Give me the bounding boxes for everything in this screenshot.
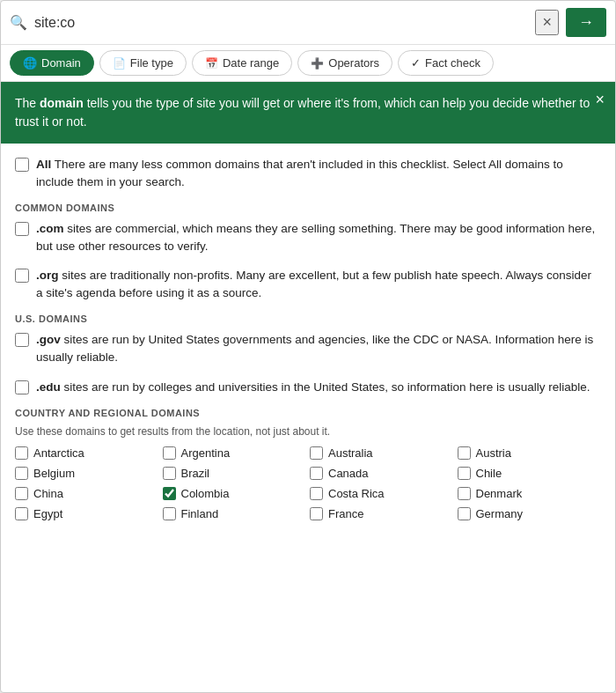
- operators-icon: ➕: [311, 57, 324, 70]
- country-item-australia: Australia: [310, 446, 454, 460]
- country-label-finland: Finland: [181, 507, 219, 520]
- tab-daterange[interactable]: 📅 Date range: [192, 50, 292, 76]
- daterange-icon: 📅: [205, 57, 218, 70]
- country-domains-header: COUNTRY AND REGIONAL DOMAINS: [15, 408, 601, 418]
- country-item-finland: Finland: [163, 507, 307, 520]
- country-checkbox-belgium[interactable]: [15, 467, 28, 480]
- tab-operators[interactable]: ➕ Operators: [297, 50, 392, 76]
- edu-row: .edu sites are run by colleges and unive…: [15, 379, 601, 396]
- all-checkbox[interactable]: [15, 158, 29, 172]
- banner-close-button[interactable]: ×: [595, 91, 605, 109]
- country-item-austria: Austria: [458, 446, 602, 460]
- country-checkbox-costarica[interactable]: [310, 487, 323, 500]
- country-item-colombia: Colombia: [163, 487, 307, 500]
- country-label-austria: Austria: [476, 446, 511, 460]
- country-checkbox-finland[interactable]: [163, 507, 176, 520]
- com-row: .com sites are commercial, which means t…: [15, 220, 601, 254]
- search-input[interactable]: [34, 15, 528, 31]
- search-icon: 🔍: [10, 14, 27, 31]
- country-label-canada: Canada: [328, 467, 369, 480]
- org-label: .org sites are traditionally non-profits…: [36, 267, 601, 301]
- country-item-france: France: [310, 507, 454, 520]
- search-bar: 🔍 × →: [1, 1, 615, 45]
- country-checkbox-antarctica[interactable]: [15, 446, 28, 460]
- country-item-germany: Germany: [458, 507, 602, 520]
- country-item-denmark: Denmark: [458, 487, 602, 500]
- country-domains-sub: Use these domains to get results from th…: [15, 425, 601, 438]
- com-checkbox[interactable]: [15, 222, 29, 236]
- country-checkbox-australia[interactable]: [310, 446, 323, 460]
- arrow-right-icon: →: [578, 13, 594, 32]
- country-label-costarica: Costa Rica: [328, 487, 385, 500]
- country-checkbox-france[interactable]: [310, 507, 323, 520]
- country-label-australia: Australia: [328, 446, 373, 460]
- info-banner: × The domain tells you the type of site …: [1, 82, 615, 144]
- all-option-row: All There are many less common domains t…: [15, 156, 601, 190]
- edu-checkbox[interactable]: [15, 380, 29, 394]
- country-label-egypt: Egypt: [33, 507, 62, 520]
- country-item-china: China: [15, 487, 159, 500]
- country-item-costarica: Costa Rica: [310, 487, 454, 500]
- country-item-chile: Chile: [458, 467, 602, 480]
- country-label-antarctica: Antarctica: [33, 446, 84, 460]
- country-label-brazil: Brazil: [181, 467, 210, 480]
- gov-label: .gov sites are run by United States gove…: [36, 331, 601, 365]
- country-label-france: France: [328, 507, 363, 520]
- org-checkbox[interactable]: [15, 269, 29, 283]
- country-label-germany: Germany: [476, 507, 523, 520]
- edu-label: .edu sites are run by colleges and unive…: [36, 379, 590, 396]
- country-label-belgium: Belgium: [33, 467, 75, 480]
- clear-button[interactable]: ×: [535, 10, 559, 35]
- tab-factcheck[interactable]: ✓ Fact check: [398, 50, 494, 76]
- factcheck-icon: ✓: [411, 56, 421, 70]
- gov-checkbox[interactable]: [15, 333, 29, 347]
- country-item-canada: Canada: [310, 467, 454, 480]
- filetype-icon: 📄: [113, 57, 126, 70]
- country-checkbox-denmark[interactable]: [458, 487, 471, 500]
- country-checkbox-canada[interactable]: [310, 467, 323, 480]
- tabs-bar: 🌐 Domain 📄 File type 📅 Date range ➕ Oper…: [1, 45, 615, 82]
- country-checkbox-chile[interactable]: [458, 467, 471, 480]
- tab-domain[interactable]: 🌐 Domain: [10, 50, 94, 76]
- country-checkbox-austria[interactable]: [458, 446, 471, 460]
- com-label: .com sites are commercial, which means t…: [36, 220, 601, 254]
- country-item-egypt: Egypt: [15, 507, 159, 520]
- country-item-argentina: Argentina: [163, 446, 307, 460]
- gov-row: .gov sites are run by United States gove…: [15, 331, 601, 365]
- us-domains-header: U.S. DOMAINS: [15, 313, 601, 324]
- country-checkbox-egypt[interactable]: [15, 507, 28, 520]
- content-area: All There are many less common domains t…: [1, 144, 615, 533]
- country-label-chile: Chile: [476, 467, 502, 480]
- go-button[interactable]: →: [566, 8, 606, 37]
- country-item-antarctica: Antarctica: [15, 446, 159, 460]
- country-checkbox-brazil[interactable]: [163, 467, 176, 480]
- country-label-colombia: Colombia: [181, 487, 230, 500]
- country-checkbox-colombia[interactable]: [163, 487, 176, 500]
- country-label-china: China: [33, 487, 63, 500]
- main-window: 🔍 × → 🌐 Domain 📄 File type 📅 Date range …: [0, 0, 616, 693]
- country-checkbox-germany[interactable]: [458, 507, 471, 520]
- country-label-argentina: Argentina: [181, 446, 231, 460]
- org-row: .org sites are traditionally non-profits…: [15, 267, 601, 301]
- tab-filetype[interactable]: 📄 File type: [99, 50, 187, 76]
- country-checkbox-argentina[interactable]: [163, 446, 176, 460]
- all-label: All There are many less common domains t…: [36, 156, 601, 190]
- country-item-belgium: Belgium: [15, 467, 159, 480]
- country-checkbox-china[interactable]: [15, 487, 28, 500]
- country-grid: AntarcticaArgentinaAustraliaAustriaBelgi…: [15, 446, 601, 520]
- domain-icon: 🌐: [23, 56, 37, 70]
- common-domains-header: COMMON DOMAINS: [15, 203, 601, 213]
- country-label-denmark: Denmark: [476, 487, 523, 500]
- country-item-brazil: Brazil: [163, 467, 307, 480]
